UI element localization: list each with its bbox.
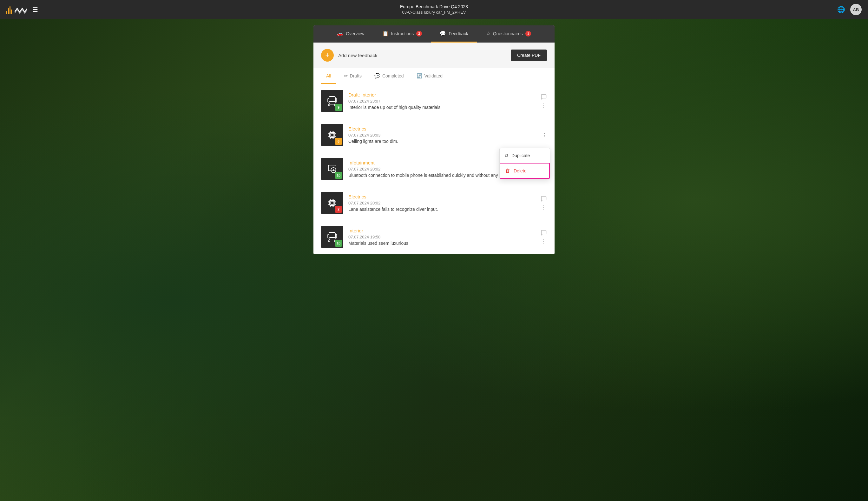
navbar: ☰ Europe Benchmark Drive Q4 2023 03-C-Cl…: [0, 0, 868, 19]
avatar[interactable]: AB: [850, 4, 862, 15]
feedback-actions: ⋮: [541, 195, 547, 211]
feedback-text: Interior is made up out of high quality …: [348, 105, 536, 110]
logo-waves: [6, 5, 27, 14]
comment-icon: [541, 230, 547, 236]
navbar-right: 🌐 AB: [837, 4, 862, 15]
content-panel: 🚗 Overview 📋 Instructions 3 💬 Feedback ☆…: [314, 25, 554, 254]
create-pdf-button[interactable]: Create PDF: [511, 50, 547, 61]
navbar-title-main: Europe Benchmark Drive Q4 2023: [400, 4, 468, 10]
more-options-button[interactable]: ⋮: [541, 238, 546, 244]
score-badge: 2: [335, 206, 342, 213]
feedback-date: 07.07.2024 23:07: [348, 99, 536, 104]
navbar-left: ☰: [6, 5, 38, 14]
logo-zigzag-icon: [14, 6, 27, 14]
feedback-date: 07.07.2024 20:02: [348, 201, 536, 205]
feedback-item: 2 Electrics 07.07.2024 20:02 Lane assist…: [314, 186, 554, 220]
comment-button[interactable]: [541, 195, 547, 202]
pencil-icon: ✏: [344, 73, 348, 79]
tab-instructions[interactable]: 📋 Instructions 3: [373, 25, 431, 43]
filter-tab-validated[interactable]: 🔄 Validated: [411, 68, 448, 84]
completed-icon: 💬: [374, 73, 381, 79]
comment-icon: [541, 195, 547, 202]
navbar-center: Europe Benchmark Drive Q4 2023 03-C-Clas…: [400, 4, 468, 15]
logo: [6, 5, 27, 14]
category-icon-seat: 10: [321, 226, 343, 248]
tab-bar: 🚗 Overview 📋 Instructions 3 💬 Feedback ☆…: [314, 25, 554, 43]
svg-rect-1: [328, 104, 330, 106]
feedback-item: 9 Draft: Interior 07.07.2024 23:07 Inter…: [314, 84, 554, 118]
feedback-content: Electrics 07.07.2024 20:02 Lane assistan…: [348, 194, 536, 212]
delete-menu-item[interactable]: 🗑 Delete: [500, 163, 550, 179]
questionnaires-badge: 1: [525, 31, 531, 36]
svg-rect-22: [331, 201, 334, 204]
main-container: 🚗 Overview 📋 Instructions 3 💬 Feedback ☆…: [0, 19, 868, 260]
feedback-content: Electrics 07.07.2024 20:03 Ceiling light…: [348, 126, 537, 144]
svg-rect-0: [329, 96, 335, 102]
score-badge: 9: [335, 104, 342, 111]
hamburger-icon[interactable]: ☰: [32, 6, 38, 13]
feedback-item: 6 Electrics 07.07.2024 20:03 Ceiling lig…: [314, 118, 554, 152]
car-icon: 🚗: [337, 31, 343, 36]
feedback-list: 9 Draft: Interior 07.07.2024 23:07 Inter…: [314, 84, 554, 254]
feedback-actions: ⋮: [541, 230, 547, 244]
filter-tab-completed[interactable]: 💬 Completed: [369, 68, 409, 84]
feedback-content: Interior 07.07.2024 19:58 Materials used…: [348, 228, 536, 246]
feedback-category: Draft: Interior: [348, 92, 536, 97]
validated-icon: 🔄: [417, 73, 422, 79]
list-icon: 📋: [382, 31, 389, 36]
score-badge: 10: [335, 240, 342, 247]
feedback-text: Lane assistance fails to recognize diver…: [348, 207, 536, 212]
tab-overview[interactable]: 🚗 Overview: [328, 25, 373, 43]
chat-icon: 💬: [440, 31, 446, 36]
score-badge: 6: [335, 138, 342, 145]
comment-button[interactable]: [541, 230, 547, 236]
svg-rect-39: [335, 234, 337, 238]
feedback-date: 07.07.2024 20:03: [348, 133, 537, 138]
globe-icon[interactable]: 🌐: [837, 6, 845, 13]
filter-tabs: All ✏ Drafts 💬 Completed 🔄 Validated: [314, 68, 554, 84]
feedback-category: Electrics: [348, 194, 536, 199]
filter-tab-all[interactable]: All: [321, 69, 336, 84]
instructions-badge: 3: [416, 31, 422, 36]
feedback-actions: ⋮ ⧉ Duplicate 🗑 Delete: [542, 132, 547, 138]
star-icon: ☆: [486, 31, 491, 36]
category-icon-chip: 6: [321, 124, 343, 146]
filter-tab-drafts[interactable]: ✏ Drafts: [339, 68, 367, 84]
content-body: + Add new feedback Create PDF All ✏ Draf…: [314, 43, 554, 254]
more-options-button[interactable]: ⋮: [542, 132, 547, 138]
more-options-button[interactable]: ⋮: [541, 103, 546, 109]
add-feedback-label: Add new feedback: [338, 53, 377, 58]
feedback-category: Electrics: [348, 126, 537, 131]
svg-rect-36: [328, 240, 330, 242]
tab-questionnaires[interactable]: ☆ Questionnaires 1: [477, 25, 540, 43]
svg-rect-3: [328, 98, 329, 102]
comment-button[interactable]: [541, 94, 547, 100]
svg-rect-38: [328, 234, 329, 238]
add-feedback-left: + Add new feedback: [321, 49, 377, 62]
category-icon-touch: 10: [321, 158, 343, 180]
more-options-button[interactable]: ⋮: [541, 204, 546, 211]
feedback-category: Interior: [348, 228, 536, 233]
category-icon-seat: 9: [321, 90, 343, 112]
add-feedback-button[interactable]: +: [321, 49, 334, 62]
score-badge: 10: [335, 172, 342, 179]
comment-icon: [541, 94, 547, 100]
feedback-text: Ceiling lights are too dim.: [348, 139, 537, 144]
feedback-content: Draft: Interior 07.07.2024 23:07 Interio…: [348, 92, 536, 110]
duplicate-menu-item[interactable]: ⧉ Duplicate: [500, 148, 550, 163]
feedback-date: 07.07.2024 19:58: [348, 235, 536, 239]
feedback-item: 10 Interior 07.07.2024 19:58 Materials u…: [314, 220, 554, 254]
feedback-actions: ⋮: [541, 94, 547, 109]
context-menu: ⧉ Duplicate 🗑 Delete: [499, 148, 550, 179]
navbar-title-sub: 03-C-Class luxury car_FM_2PHEV: [400, 10, 468, 15]
feedback-text: Materials used seem luxurious: [348, 241, 536, 246]
svg-rect-35: [329, 232, 335, 237]
svg-rect-4: [335, 98, 337, 102]
tab-feedback[interactable]: 💬 Feedback: [431, 25, 477, 43]
svg-rect-6: [331, 134, 334, 137]
trash-icon: 🗑: [505, 168, 510, 174]
category-icon-chip: 2: [321, 192, 343, 214]
duplicate-icon: ⧉: [505, 153, 508, 158]
add-feedback-bar: + Add new feedback Create PDF: [314, 43, 554, 68]
